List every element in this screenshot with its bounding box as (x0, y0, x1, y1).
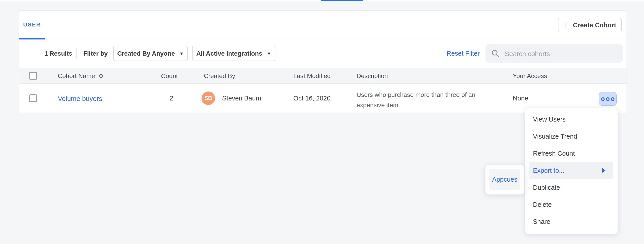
sort-updown-icon (99, 73, 104, 79)
plus-icon: + (564, 21, 568, 29)
created-by-dropdown-label: Created By Anyone (117, 50, 175, 57)
creator-name: Steven Baum (222, 95, 261, 102)
more-dots-icon (606, 97, 610, 101)
active-nav-tab-indicator (321, 0, 363, 1)
menu-item-share[interactable]: Share (525, 213, 618, 230)
row-actions-button[interactable] (599, 92, 617, 106)
caret-down-icon: ▼ (267, 51, 271, 56)
menu-item-duplicate[interactable]: Duplicate (525, 179, 618, 196)
row-actions-menu: View Users Visualize Trend Refresh Count… (525, 108, 618, 234)
last-modified-cell: Oct 16, 2020 (293, 84, 330, 113)
tab-user-label: USER (23, 22, 41, 28)
filter-by-label: Filter by (83, 39, 108, 68)
filter-divider (76, 49, 76, 58)
row-checkbox[interactable] (29, 94, 37, 102)
tab-user[interactable]: USER (19, 11, 45, 39)
more-dots-icon (611, 97, 614, 101)
filter-bar: 1 Results Filter by Created By Anyone ▼ … (19, 39, 626, 68)
created-by-dropdown[interactable]: Created By Anyone ▼ (113, 46, 188, 61)
description-cell: Users who purchase more than three of an… (356, 90, 483, 110)
menu-item-view-users[interactable]: View Users (525, 111, 618, 128)
cohorts-page: USER + Create Cohort 1 Results Filter by… (0, 0, 644, 244)
create-cohort-button[interactable]: + Create Cohort (558, 18, 622, 32)
submenu-arrow-icon (602, 168, 606, 173)
more-dots-icon (601, 97, 604, 101)
cohort-count: 2 (140, 84, 178, 113)
tab-row: USER + Create Cohort (19, 11, 626, 39)
cohort-name-link[interactable]: Volume buyers (58, 94, 102, 102)
cohorts-card: USER + Create Cohort 1 Results Filter by… (19, 10, 627, 113)
menu-item-export-to-label: Export to... (533, 167, 564, 174)
integrations-dropdown[interactable]: All Active Integrations ▼ (192, 46, 276, 61)
create-cohort-label: Create Cohort (573, 22, 616, 29)
menu-item-refresh-count[interactable]: Refresh Count (525, 145, 618, 162)
column-header-last-modified[interactable]: Last Modified (293, 68, 331, 83)
integrations-dropdown-label: All Active Integrations (196, 50, 262, 57)
column-header-created-by[interactable]: Created By (204, 68, 235, 83)
search-icon (491, 49, 499, 57)
table-header: Cohort Name Count Created By Last Modifi… (19, 68, 626, 84)
column-header-cohort-name[interactable]: Cohort Name (58, 68, 104, 83)
menu-item-delete[interactable]: Delete (525, 196, 618, 213)
results-count: 1 Results (44, 39, 72, 68)
created-by-cell: SB Steven Baum (202, 84, 261, 113)
column-header-count[interactable]: Count (140, 68, 178, 83)
column-header-your-access[interactable]: Your Access (513, 68, 547, 83)
search-cohorts-box[interactable] (486, 44, 623, 63)
search-input[interactable] (504, 49, 618, 58)
reset-filter-link[interactable]: Reset Filter (446, 39, 480, 68)
menu-item-export-to[interactable]: Export to... (529, 162, 613, 179)
column-header-description[interactable]: Description (356, 68, 388, 83)
avatar: SB (202, 92, 215, 105)
submenu-item-appcues[interactable]: Appcues (489, 169, 520, 190)
caret-down-icon: ▼ (179, 51, 184, 56)
menu-item-visualize-trend[interactable]: Visualize Trend (525, 128, 618, 145)
cohort-name-header-label: Cohort Name (58, 72, 95, 79)
export-submenu: Appcues (485, 165, 524, 195)
select-all-checkbox[interactable] (29, 72, 37, 80)
